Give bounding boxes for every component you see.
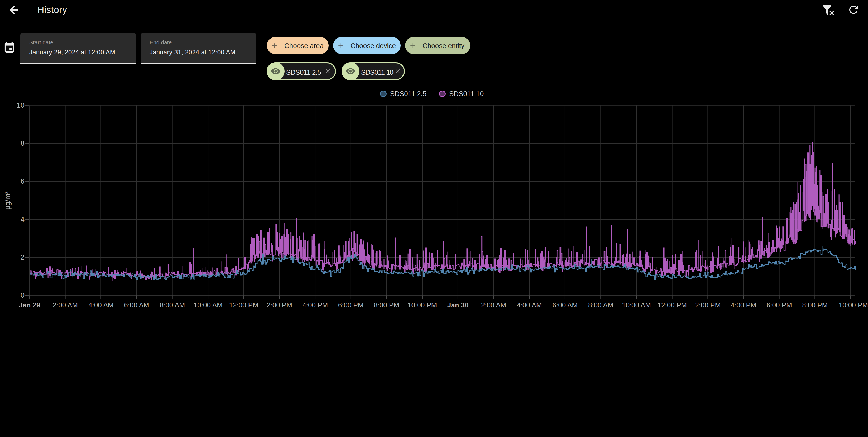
- svg-text:4: 4: [21, 215, 25, 223]
- svg-text:µg/m³: µg/m³: [4, 191, 11, 210]
- svg-text:8:00 AM: 8:00 AM: [160, 301, 185, 309]
- svg-text:Jan 30: Jan 30: [447, 301, 469, 309]
- svg-text:6: 6: [21, 177, 25, 185]
- svg-text:12:00 PM: 12:00 PM: [657, 301, 687, 309]
- svg-text:6:00 PM: 6:00 PM: [767, 301, 792, 309]
- svg-text:10:00 PM: 10:00 PM: [839, 301, 868, 309]
- svg-text:2:00 PM: 2:00 PM: [267, 301, 292, 309]
- svg-text:4:00 AM: 4:00 AM: [517, 301, 542, 309]
- svg-text:2:00 AM: 2:00 AM: [481, 301, 506, 309]
- svg-text:6:00 AM: 6:00 AM: [124, 301, 149, 309]
- svg-text:Jan 29: Jan 29: [19, 301, 40, 309]
- svg-text:8:00 PM: 8:00 PM: [374, 301, 399, 309]
- svg-text:10:00 PM: 10:00 PM: [407, 301, 437, 309]
- svg-text:8: 8: [21, 139, 25, 147]
- svg-text:12:00 PM: 12:00 PM: [229, 301, 258, 309]
- svg-text:10:00 AM: 10:00 AM: [622, 301, 651, 309]
- svg-text:2:00 PM: 2:00 PM: [695, 301, 720, 309]
- svg-text:10: 10: [17, 101, 25, 109]
- svg-text:6:00 PM: 6:00 PM: [338, 301, 364, 309]
- svg-text:4:00 PM: 4:00 PM: [302, 301, 328, 309]
- svg-text:0: 0: [21, 291, 25, 299]
- svg-text:6:00 AM: 6:00 AM: [552, 301, 577, 309]
- svg-text:8:00 PM: 8:00 PM: [802, 301, 828, 309]
- svg-text:2:00 AM: 2:00 AM: [53, 301, 78, 309]
- svg-text:2: 2: [21, 253, 25, 261]
- svg-text:4:00 AM: 4:00 AM: [88, 301, 114, 309]
- svg-text:4:00 PM: 4:00 PM: [731, 301, 756, 309]
- svg-text:10:00 AM: 10:00 AM: [194, 301, 223, 309]
- svg-text:8:00 AM: 8:00 AM: [588, 301, 613, 309]
